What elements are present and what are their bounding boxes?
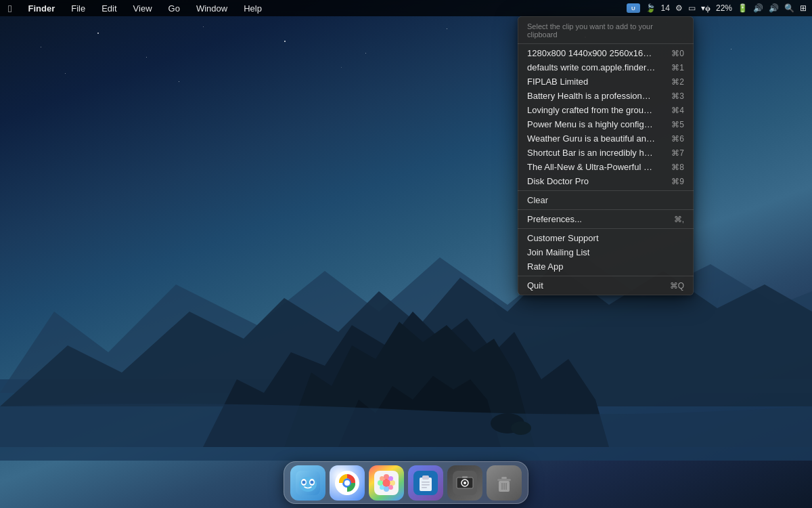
display-icon[interactable]: ▭ — [688, 3, 696, 13]
battery-count-icon[interactable]: 14 — [661, 3, 670, 13]
svg-point-16 — [378, 480, 383, 486]
preferences-label: Preferences... — [527, 214, 582, 224]
customer-support-button[interactable]: Customer Support — [518, 231, 694, 245]
menubar-finder[interactable]: Finder — [25, 3, 58, 14]
dock — [284, 461, 528, 504]
clip-item-5[interactable]: Power Menu is a highly configurable Find… — [518, 117, 694, 131]
clip-shortcut-8: ⌘8 — [671, 163, 684, 172]
svg-point-7 — [302, 481, 306, 484]
clip-shortcut-4: ⌘4 — [671, 106, 684, 115]
join-mailing-list-button[interactable]: Join Mailing List — [518, 245, 694, 259]
svg-rect-24 — [422, 475, 429, 480]
clip-shortcut-0: ⌘0 — [671, 49, 684, 58]
divider-1 — [518, 43, 694, 44]
divider-5 — [518, 276, 694, 276]
svg-point-21 — [388, 485, 393, 490]
clip-item-3[interactable]: Battery Health is a professional battery… — [518, 89, 694, 103]
search-icon[interactable]: 🔍 — [784, 3, 794, 13]
settings-icon[interactable]: ⚙ — [675, 3, 683, 13]
clip-text-6: Weather Guru is a beautiful and highly a… — [527, 133, 656, 144]
clipboard-dropdown-menu: Select the clip you want to add to your … — [518, 16, 694, 295]
menubar-edit[interactable]: Edit — [99, 3, 119, 14]
menubar-go[interactable]: Go — [166, 3, 183, 14]
svg-point-11 — [344, 480, 350, 486]
apple-menu-icon[interactable]:  — [5, 3, 14, 14]
clip-text-5: Power Menu is a highly configurable Find… — [527, 119, 656, 129]
clip-shortcut-1: ⌘1 — [671, 63, 684, 72]
battery-icon: 🔋 — [738, 3, 748, 13]
clip-text-8: The All-New & Ultra-Powerful Disk Cleane… — [527, 162, 656, 172]
clipboard-menubar-icon[interactable]: U — [627, 3, 640, 13]
clear-label: Clear — [527, 195, 548, 205]
dock-screenshot[interactable] — [447, 465, 482, 501]
clip-shortcut-5: ⌘5 — [671, 120, 684, 129]
clip-shortcut-7: ⌘7 — [671, 148, 684, 158]
clip-shortcut-3: ⌘3 — [671, 91, 684, 101]
svg-rect-27 — [422, 487, 427, 488]
rate-app-label: Rate App — [527, 261, 564, 272]
join-mailing-list-label: Join Mailing List — [527, 247, 590, 257]
svg-point-15 — [384, 486, 389, 492]
desktop:  Finder File Edit View Go Window Help U… — [0, 0, 812, 508]
quit-label: Quit — [527, 280, 543, 291]
svg-point-8 — [311, 481, 314, 484]
svg-rect-26 — [422, 484, 430, 486]
dropbox-icon[interactable]: 🍃 — [646, 3, 656, 13]
svg-point-20 — [380, 485, 384, 490]
svg-rect-36 — [501, 477, 507, 479]
menubar-help[interactable]: Help — [241, 3, 265, 14]
dock-trash[interactable] — [487, 465, 522, 501]
menubar-window[interactable]: Window — [194, 3, 230, 14]
clip-text-3: Battery Health is a professional battery… — [527, 91, 656, 101]
menubar-view[interactable]: View — [131, 3, 155, 14]
battery-percent: 22% — [716, 3, 732, 13]
quit-shortcut: ⌘Q — [670, 281, 684, 291]
svg-point-18 — [380, 476, 384, 481]
clip-item-1[interactable]: defaults write com.apple.finder CreateDe… — [518, 60, 694, 75]
dock-clipboard-app[interactable] — [408, 465, 443, 501]
clip-item-2[interactable]: FIPLAB Limited ⌘2 — [518, 75, 694, 89]
svg-point-1 — [491, 413, 524, 433]
menubar-file[interactable]: File — [68, 3, 88, 14]
svg-point-2 — [511, 421, 531, 435]
dock-photos[interactable] — [369, 465, 404, 501]
volume-icon[interactable]: 🔊 — [753, 3, 763, 13]
divider-3 — [518, 209, 694, 210]
svg-rect-25 — [422, 482, 430, 483]
clip-text-1: defaults write com.apple.finder CreateDe… — [527, 62, 656, 72]
clip-item-7[interactable]: Shortcut Bar is an incredibly handy app … — [518, 146, 694, 160]
quit-button[interactable]: Quit ⌘Q — [518, 278, 694, 293]
svg-rect-32 — [462, 476, 468, 478]
svg-point-17 — [390, 480, 395, 486]
clip-text-7: Shortcut Bar is an incredibly handy app … — [527, 148, 656, 158]
dropdown-header: Select the clip you want to add to your … — [518, 19, 694, 41]
svg-rect-35 — [497, 479, 511, 481]
dock-chrome[interactable] — [330, 465, 365, 501]
menubar-right: U 🍃 14 ⚙ ▭ ▾𝛟 22% 🔋 🔊 🔊 🔍 ⊞ — [627, 3, 807, 13]
clip-text-2: FIPLAB Limited — [527, 77, 588, 87]
dock-finder[interactable] — [290, 465, 325, 501]
clip-text-4: Lovingly crafted from the ground up, Min… — [527, 105, 656, 115]
clear-button[interactable]: Clear — [518, 193, 694, 207]
clip-text-0: 1280x800 1440x900 2560x1600 2880x1800 — [527, 48, 656, 58]
clip-text-9: Disk Doctor Pro — [527, 176, 589, 186]
svg-point-19 — [388, 476, 393, 481]
divider-4 — [518, 228, 694, 229]
grid-icon[interactable]: ⊞ — [800, 3, 807, 13]
menubar-left:  Finder File Edit View Go Window Help — [5, 3, 265, 14]
menubar:  Finder File Edit View Go Window Help U… — [0, 0, 812, 16]
rate-app-button[interactable]: Rate App — [518, 259, 694, 274]
divider-2 — [518, 190, 694, 191]
preferences-button[interactable]: Preferences... ⌘, — [518, 212, 694, 226]
preferences-shortcut: ⌘, — [674, 215, 684, 224]
clip-shortcut-9: ⌘9 — [671, 177, 684, 186]
clip-shortcut-2: ⌘2 — [671, 77, 684, 87]
clip-item-4[interactable]: Lovingly crafted from the ground up, Min… — [518, 103, 694, 117]
wifi-icon[interactable]: ▾𝛟 — [701, 3, 710, 13]
clip-item-8[interactable]: The All-New & Ultra-Powerful Disk Cleane… — [518, 160, 694, 174]
clip-item-6[interactable]: Weather Guru is a beautiful and highly a… — [518, 131, 694, 146]
svg-point-14 — [384, 474, 389, 480]
clip-item-0[interactable]: 1280x800 1440x900 2560x1600 2880x1800 ⌘0 — [518, 46, 694, 60]
clip-item-9[interactable]: Disk Doctor Pro ⌘9 — [518, 174, 694, 188]
customer-support-label: Customer Support — [527, 233, 599, 243]
